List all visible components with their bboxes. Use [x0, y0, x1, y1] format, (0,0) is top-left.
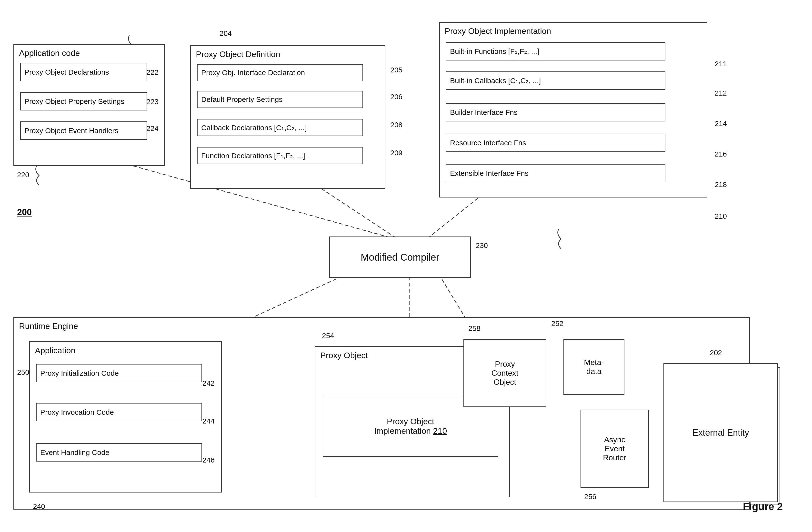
ref-220: 220 — [17, 171, 29, 179]
function-decl-label: Function Declarations [F₁,F₂, ...] — [201, 151, 305, 160]
metadata-box: Meta- data — [563, 339, 624, 395]
diagram-label-200: 200 — [17, 207, 32, 218]
ref-208: 208 — [390, 121, 403, 129]
proxy-invoc-code-label: Proxy Invocation Code — [40, 408, 114, 416]
proxy-init-code-box: Proxy Initialization Code — [36, 364, 202, 382]
modified-compiler-label: Modified Compiler — [361, 252, 439, 263]
ref-205: 205 — [390, 66, 403, 74]
proxy-event-handlers-box: Proxy Object Event Handlers — [20, 121, 147, 140]
event-handling-code-box: Event Handling Code — [36, 443, 202, 461]
proxy-context-label1: Proxy — [495, 360, 515, 369]
proxy-impl-title: Proxy Object Implementation — [445, 26, 551, 36]
async-router-label1: Async — [604, 435, 625, 444]
proxy-property-box: Proxy Object Property Settings — [20, 92, 147, 110]
application-box: Application Proxy Initialization Code Pr… — [29, 341, 222, 492]
ref-206: 206 — [390, 93, 403, 101]
callback-decl-label: Callback Declarations [C₁,C₂, ...] — [201, 123, 307, 132]
extensible-iface-box: Extensible Interface Fns — [446, 164, 665, 182]
metadata-label2: data — [586, 367, 601, 376]
proxy-init-code-label: Proxy Initialization Code — [40, 369, 119, 378]
builtin-fns-box: Built-in Functions [F₁,F₂, ...] — [446, 42, 665, 60]
ref-224: 224 — [146, 124, 159, 133]
proxy-invoc-code-box: Proxy Invocation Code — [36, 403, 202, 421]
external-entity-box: External Entity — [664, 363, 778, 502]
proxy-object-impl-label: Proxy ObjectImplementation 210 — [374, 417, 447, 436]
builder-iface-label: Builder Interface Fns — [450, 108, 518, 117]
default-property-label: Default Property Settings — [201, 95, 283, 104]
app-code-title: Application code — [19, 48, 80, 58]
ref-222: 222 — [146, 68, 159, 76]
figure-label: Figure 2 — [743, 501, 783, 513]
ref-254: 254 — [322, 331, 334, 340]
builtin-callbacks-label: Built-in Callbacks [C₁,C₂, ...] — [450, 76, 541, 85]
metadata-label1: Meta- — [584, 358, 604, 367]
proxy-context-label3: Object — [494, 378, 516, 387]
async-router-label3: Router — [603, 453, 626, 462]
ref-218: 218 — [715, 180, 727, 189]
ref-210: 210 — [715, 212, 727, 220]
proxy-impl-box: Proxy Object Implementation Built-in Fun… — [439, 22, 707, 197]
modified-compiler-box: Modified Compiler — [329, 236, 471, 278]
proxy-declarations-label: Proxy Object Declarations — [24, 68, 109, 76]
ref-244: 244 — [202, 417, 215, 425]
ref-252: 252 — [551, 320, 563, 328]
builtin-fns-label: Built-in Functions [F₁,F₂, ...] — [450, 47, 539, 56]
ref-240: 240 — [33, 502, 45, 511]
runtime-engine-label: Runtime Engine — [19, 321, 78, 331]
proxy-event-handlers-label: Proxy Object Event Handlers — [24, 127, 118, 135]
function-decl-box: Function Declarations [F₁,F₂, ...] — [197, 147, 363, 164]
ref-230: 230 — [476, 241, 488, 250]
ref-214: 214 — [715, 119, 727, 128]
builtin-callbacks-box: Built-in Callbacks [C₁,C₂, ...] — [446, 71, 665, 90]
builder-iface-box: Builder Interface Fns — [446, 103, 665, 121]
external-entity-label: External Entity — [693, 428, 749, 438]
async-router-box: Async Event Router — [581, 410, 649, 488]
event-handling-code-label: Event Handling Code — [40, 448, 110, 457]
ref-258: 258 — [468, 324, 480, 332]
ref-202: 202 — [710, 349, 722, 357]
ref-250: 250 — [17, 368, 29, 376]
proxy-context-label2: Context — [492, 369, 518, 378]
application-label: Application — [35, 346, 75, 355]
proxy-interface-decl-box: Proxy Obj. Interface Declaration — [197, 64, 363, 81]
proxy-declarations-box: Proxy Object Declarations — [20, 63, 147, 81]
ref-204: 204 — [219, 29, 232, 38]
proxy-object-label: Proxy Object — [320, 351, 368, 360]
proxy-def-title: Proxy Object Definition — [196, 49, 280, 59]
app-code-box: Application code Proxy Object Declaratio… — [13, 44, 165, 166]
ref-212: 212 — [715, 89, 727, 97]
proxy-def-box: Proxy Object Definition Proxy Obj. Inter… — [190, 45, 386, 189]
ref-242: 242 — [202, 379, 215, 387]
async-router-label2: Event — [605, 444, 625, 453]
extensible-iface-label: Extensible Interface Fns — [450, 169, 528, 177]
ref-223: 223 — [146, 98, 159, 106]
resource-iface-box: Resource Interface Fns — [446, 134, 665, 152]
ref-216: 216 — [715, 150, 727, 158]
ref-256: 256 — [584, 492, 596, 501]
proxy-interface-decl-label: Proxy Obj. Interface Declaration — [201, 69, 305, 77]
diagram: Application code Proxy Object Declaratio… — [0, 0, 812, 532]
resource-iface-label: Resource Interface Fns — [450, 139, 526, 147]
proxy-context-box: Proxy Context Object — [463, 339, 546, 407]
callback-decl-box: Callback Declarations [C₁,C₂, ...] — [197, 119, 363, 136]
ref-211: 211 — [715, 60, 727, 68]
default-property-box: Default Property Settings — [197, 91, 363, 108]
ref-246: 246 — [202, 456, 215, 464]
proxy-property-label: Proxy Object Property Settings — [24, 97, 125, 106]
ref-209: 209 — [390, 149, 403, 157]
